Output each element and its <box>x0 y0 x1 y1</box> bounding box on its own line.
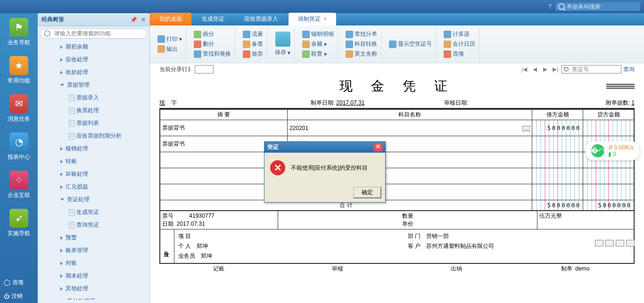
row-box[interactable] <box>195 65 214 74</box>
tree-item[interactable]: 凭证处理 <box>38 193 149 206</box>
tree-item[interactable]: 汇兑损益 <box>38 180 149 193</box>
close-icon[interactable]: ✕ <box>141 16 146 23</box>
status-icon[interactable] <box>626 240 635 246</box>
tree-item[interactable]: 票据管理 <box>38 79 149 91</box>
tree-item[interactable]: 生成凭证 <box>38 206 149 219</box>
tab-1[interactable]: 生成凭证 <box>192 13 234 25</box>
backup-button[interactable]: 备查 <box>243 40 263 48</box>
barcode-icon <box>606 84 635 90</box>
voucher-search[interactable] <box>561 65 621 74</box>
tree-item[interactable]: 转账 <box>38 155 149 168</box>
insert-button[interactable]: 插分 <box>194 30 231 38</box>
tab-2[interactable]: 应收票据录入 <box>235 13 288 25</box>
next-button[interactable]: ▶ <box>541 65 549 74</box>
prev-button[interactable]: ◀ <box>530 65 539 74</box>
tree-search-input[interactable] <box>54 30 143 37</box>
logout-button[interactable]: ⏻注销 <box>0 289 38 303</box>
delete-button[interactable]: 删分 <box>194 40 231 48</box>
wifi-widget[interactable]: �◠ ⇵ 0.00K/s ▮ 0 <box>586 141 639 160</box>
linkquery-button[interactable]: 联查 ▾ <box>302 50 334 58</box>
nav-item-2[interactable]: ✉消息任务 <box>0 90 38 128</box>
person-label: 个 人 <box>178 242 191 250</box>
nav-icon: ⁘ <box>9 171 28 189</box>
tree-item[interactable]: 对账 <box>38 257 149 270</box>
save-button[interactable]: 保存 ▾ <box>275 49 290 57</box>
tab-3[interactable]: 填制凭证× <box>289 13 336 25</box>
nav-icon: ◔ <box>9 132 28 151</box>
tree-item-label: 查询凭证 <box>76 221 99 229</box>
status-icon[interactable] <box>605 240 614 246</box>
balance-button[interactable]: 余额 ▾ <box>302 40 334 48</box>
nav-item-5[interactable]: ➶实施导航 <box>0 204 38 242</box>
tree-item[interactable]: 应收票据到期分析 <box>38 130 149 142</box>
tree-item[interactable]: 收款处理 <box>38 66 149 79</box>
table-row[interactable] <box>160 168 634 184</box>
nav-item-4[interactable]: ⁘企业互联 <box>0 166 38 204</box>
aux-icon <box>302 31 310 38</box>
subjconv-button[interactable]: 科目转换 <box>346 40 377 48</box>
discard-button[interactable]: 放弃 <box>243 50 263 58</box>
lookup-icon[interactable]: ... <box>522 126 530 131</box>
first-button[interactable]: |◀ <box>520 65 528 74</box>
tree-item[interactable]: 账表管理 <box>38 244 149 257</box>
attach-value[interactable]: 1 <box>631 99 635 106</box>
tool-options-button[interactable]: 选项 <box>444 50 475 58</box>
tree-item[interactable]: 期初余额 <box>38 41 149 53</box>
nav-label: 企业互联 <box>0 191 38 199</box>
table-row[interactable] <box>160 184 634 200</box>
chevron-right-icon <box>60 172 63 176</box>
dialog-ok-button[interactable]: 确定 <box>353 187 381 198</box>
aux-button[interactable]: 辅助明细 <box>302 30 334 38</box>
tree-item[interactable]: 票据录入 <box>38 91 149 104</box>
top-search-input[interactable] <box>567 3 637 10</box>
showempty-button[interactable]: 显示空凭证号 <box>389 40 432 48</box>
tree-item[interactable]: 坏账处理 <box>38 168 149 180</box>
print-button[interactable]: 打印 ▾ <box>157 35 182 43</box>
tree-item[interactable]: 预警 <box>38 231 149 244</box>
output-button[interactable]: 输出 <box>157 45 182 53</box>
print-icon <box>157 35 165 43</box>
tree-item[interactable]: 应付款管理 <box>38 295 149 300</box>
findsingle-button[interactable]: 查找分单 <box>346 30 377 38</box>
tree-item[interactable]: 查询凭证 <box>38 219 149 231</box>
table-row[interactable]: 票据背书 应收票据 <box>160 136 634 152</box>
dialog-close-button[interactable]: ✕ <box>374 143 382 151</box>
tree-item[interactable]: 换票处理 <box>38 104 149 117</box>
calculator-button[interactable]: 计算器 <box>444 30 475 38</box>
tree-search[interactable] <box>40 28 148 39</box>
nav-item-1[interactable]: ★常用功能 <box>0 51 38 90</box>
tab-0[interactable]: 我的桌面 <box>150 13 191 25</box>
nav-item-0[interactable]: ⚑业务导航 <box>0 13 38 51</box>
top-search[interactable] <box>555 2 640 11</box>
engname-button[interactable]: 英文名称 <box>346 50 377 58</box>
clerk-value: 郑坤 <box>201 252 212 260</box>
voucher-no-input[interactable] <box>572 66 619 73</box>
dialog-message: 不能使用[应付系统]的受控科目 <box>291 164 368 172</box>
status-icon[interactable] <box>595 240 603 246</box>
status-icon[interactable] <box>616 240 624 246</box>
calendar-button[interactable]: 会计日历 <box>444 40 475 48</box>
flow-button[interactable]: 流量 <box>243 30 263 38</box>
last-button[interactable]: ▶| <box>551 65 560 74</box>
table-row[interactable]: 票据背书 220201... 5000000 <box>160 120 634 136</box>
tree-title: 经典树形 <box>41 16 64 24</box>
tree-item[interactable]: 应收处理 <box>38 53 149 66</box>
footer-maker: demo <box>575 265 589 272</box>
query-link[interactable]: 查询 <box>623 66 635 74</box>
date-value[interactable]: 2017.07.31 <box>336 99 364 106</box>
tab-close-icon[interactable]: × <box>323 16 327 22</box>
tree-list[interactable]: 期初余额应收处理收款处理票据管理票据录入换票处理票据列表应收票据到期分析核销处理… <box>38 41 149 300</box>
tree-item[interactable]: 其他处理 <box>38 282 149 295</box>
tree-item[interactable]: 期末处理 <box>38 270 149 282</box>
bal-icon <box>302 41 310 48</box>
table-row[interactable] <box>160 152 634 168</box>
tree-item[interactable]: 票据列表 <box>38 117 149 130</box>
pin-icon[interactable]: 📌 <box>130 16 137 23</box>
billdate-value: 2017.07.31 <box>177 221 205 227</box>
tree-item[interactable]: 核销处理 <box>38 142 149 155</box>
tree-item-label: 对账 <box>66 259 77 267</box>
findreplace-button[interactable]: 查找和替换 <box>194 50 231 58</box>
help-icon[interactable]: ? <box>548 3 552 10</box>
options-button[interactable]: 选项 <box>0 276 38 289</box>
nav-item-3[interactable]: ◔报表中心 <box>0 128 38 166</box>
